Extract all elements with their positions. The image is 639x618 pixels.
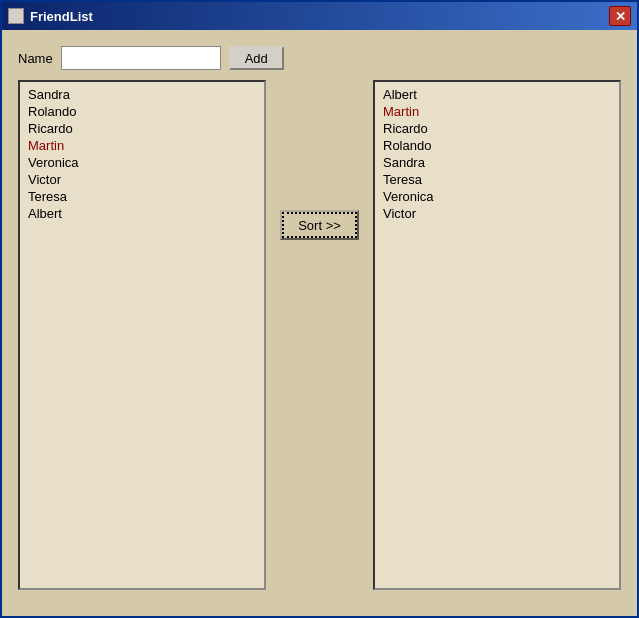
sort-button[interactable]: Sort >> [280, 210, 359, 240]
add-button[interactable]: Add [229, 46, 284, 70]
list-item[interactable]: Victor [26, 171, 258, 188]
list-item[interactable]: Albert [381, 86, 613, 103]
close-button[interactable]: ✕ [609, 6, 631, 26]
list-item[interactable]: Albert [26, 205, 258, 222]
list-item[interactable]: Teresa [381, 171, 613, 188]
lists-container: SandraRolandoRicardoMartinVeronicaVictor… [18, 80, 621, 600]
right-list[interactable]: AlbertMartinRicardoRolandoSandraTeresaVe… [373, 80, 621, 590]
window-body: Name Add SandraRolandoRicardoMartinVeron… [2, 30, 637, 616]
list-item[interactable]: Martin [381, 103, 613, 120]
middle-section: Sort >> [266, 80, 373, 600]
left-list[interactable]: SandraRolandoRicardoMartinVeronicaVictor… [18, 80, 266, 590]
list-item[interactable]: Veronica [26, 154, 258, 171]
list-item[interactable]: Ricardo [381, 120, 613, 137]
name-label: Name [18, 51, 53, 66]
list-item[interactable]: Veronica [381, 188, 613, 205]
list-item[interactable]: Sandra [381, 154, 613, 171]
list-item[interactable]: Rolando [381, 137, 613, 154]
list-item[interactable]: Rolando [26, 103, 258, 120]
list-item[interactable]: Teresa [26, 188, 258, 205]
window-icon [8, 8, 24, 24]
name-input[interactable] [61, 46, 221, 70]
friendlist-window: FriendList ✕ Name Add SandraRolandoRicar… [0, 0, 639, 618]
list-item[interactable]: Sandra [26, 86, 258, 103]
list-item[interactable]: Ricardo [26, 120, 258, 137]
list-item[interactable]: Victor [381, 205, 613, 222]
window-title: FriendList [30, 9, 609, 24]
list-item[interactable]: Martin [26, 137, 258, 154]
title-bar: FriendList ✕ [2, 2, 637, 30]
name-row: Name Add [18, 46, 621, 70]
